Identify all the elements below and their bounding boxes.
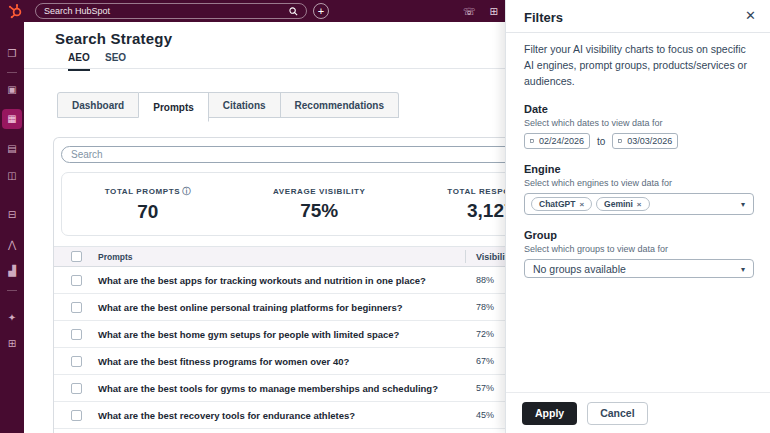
date-to-input[interactable]: 03/03/2026 [612,133,678,149]
visibility-value: 57% [476,383,494,393]
commerce-icon[interactable]: ▤ [0,144,24,154]
chip-label: ChatGPT [539,199,575,209]
filters-title: Filters [524,10,563,25]
filters-footer: Apply Cancel [506,392,770,433]
group-select-value: No groups available [533,263,626,275]
prompt-text[interactable]: What are the best home gym setups for pe… [98,329,465,340]
automation-icon[interactable]: ⋀ [0,240,24,250]
prompt-text[interactable]: What are the best apps for tracking work… [98,275,465,286]
tab-seo[interactable]: SEO [105,52,126,69]
remove-chip-icon[interactable]: × [637,200,642,209]
prompt-text[interactable]: What are the best tools for gyms to mana… [98,383,465,394]
cancel-button[interactable]: Cancel [587,402,647,425]
content-icon-active[interactable]: ▦ [2,109,22,129]
engine-select[interactable]: ChatGPT × Gemini × ▾ [524,193,754,215]
prompt-text[interactable]: What are the best fitness programs for w… [98,356,465,367]
apps-icon[interactable]: ⊞ [0,339,24,349]
row-checkbox[interactable] [71,329,82,340]
date-to-value: 03/03/2026 [627,136,672,146]
stat-label: TOTAL PROMPTS [105,187,180,196]
engine-helper: Select which engines to view data for [524,178,752,188]
contacts-icon[interactable]: ▣ [0,85,24,95]
visibility-value: 45% [476,410,494,420]
section-tabs: Dashboard Prompts Citations Recommendati… [57,92,399,118]
stat-total-prompts: TOTAL PROMPTSⓘ 70 [62,186,234,223]
calendar-icon [530,137,534,145]
apply-button[interactable]: Apply [522,402,577,425]
group-section: Group Select which groups to view data f… [524,229,752,278]
filters-description: Filter your AI visibility charts to focu… [524,42,752,89]
column-header-prompts[interactable]: Prompts [98,252,465,262]
global-search [35,3,307,19]
search-icon [289,7,298,16]
tab-recommendations[interactable]: Recommendations [281,92,399,118]
filters-header: Filters ✕ [506,0,770,33]
stat-value: 70 [62,201,234,223]
chip-label: Gemini [604,199,633,209]
bookmark-icon[interactable]: ❐ [0,49,24,59]
filters-body: Filter your AI visibility charts to focu… [524,42,752,278]
calling-icon[interactable]: ☏ [463,6,476,17]
group-helper: Select which groups to view data for [524,244,752,254]
row-checkbox[interactable] [71,410,82,421]
engine-chip-chatgpt: ChatGPT × [531,197,592,211]
copilot-icon[interactable]: ✦ [0,313,24,323]
page-title: Search Strategy [55,30,172,47]
date-from-value: 02/24/2026 [539,136,584,146]
engine-chip-gemini: Gemini × [596,197,649,211]
visibility-value: 72% [476,329,494,339]
date-helper: Select which dates to view data for [524,118,752,128]
sidebar-divider [7,290,17,291]
stat-value: 75% [234,200,406,222]
filters-panel: Filters ✕ Filter your AI visibility char… [505,0,770,433]
engine-label: Engine [524,163,752,175]
create-button[interactable]: + [313,3,329,19]
marketplace-icon[interactable]: ⊞ [490,6,498,17]
calendar-icon [618,137,622,145]
visibility-value: 88% [476,275,494,285]
tab-dashboard[interactable]: Dashboard [57,92,139,118]
prompt-text[interactable]: What are the best recovery tools for end… [98,410,465,421]
prompt-text[interactable]: What are the best online personal traini… [98,302,465,313]
row-checkbox[interactable] [71,383,82,394]
hubspot-logo-icon[interactable] [7,3,23,19]
date-to-word: to [597,136,605,147]
column-divider [465,250,466,263]
app-window: + ☏ ⊞ ❐ ▣ ➤ ▦ ▤ ◫ ⊟ ⋀ ▟ ✦ ⊞ Search Strat… [0,0,770,433]
date-section: Date Select which dates to view data for… [524,103,752,149]
global-search-input[interactable] [44,6,289,16]
tab-citations[interactable]: Citations [209,92,281,118]
chevron-down-icon[interactable]: ▾ [741,200,745,209]
stat-average-visibility: AVERAGE VISIBILITY 75% [234,187,406,222]
visibility-value: 67% [476,356,494,366]
store-icon[interactable]: ◫ [0,171,24,181]
remove-chip-icon[interactable]: × [579,200,584,209]
reporting-icon[interactable]: ▟ [0,266,24,276]
data-icon[interactable]: ⊟ [0,210,24,220]
info-icon[interactable]: ⓘ [182,187,191,196]
tab-prompts[interactable]: Prompts [139,92,209,122]
row-checkbox[interactable] [71,275,82,286]
engine-section: Engine Select which engines to view data… [524,163,752,215]
left-sidebar-nav: ❐ ▣ ➤ ▦ ▤ ◫ ⊟ ⋀ ▟ ✦ ⊞ [0,22,24,433]
chevron-down-icon[interactable]: ▾ [741,264,745,273]
date-from-input[interactable]: 02/24/2026 [524,133,590,149]
visibility-value: 78% [476,302,494,312]
select-all-checkbox[interactable] [71,251,82,262]
group-label: Group [524,229,752,241]
sidebar-divider [7,72,17,73]
row-checkbox[interactable] [71,302,82,313]
date-label: Date [524,103,752,115]
close-icon[interactable]: ✕ [745,8,756,23]
stat-label: AVERAGE VISIBILITY [234,187,406,196]
group-select[interactable]: No groups available ▾ [524,259,754,278]
row-checkbox[interactable] [71,356,82,367]
